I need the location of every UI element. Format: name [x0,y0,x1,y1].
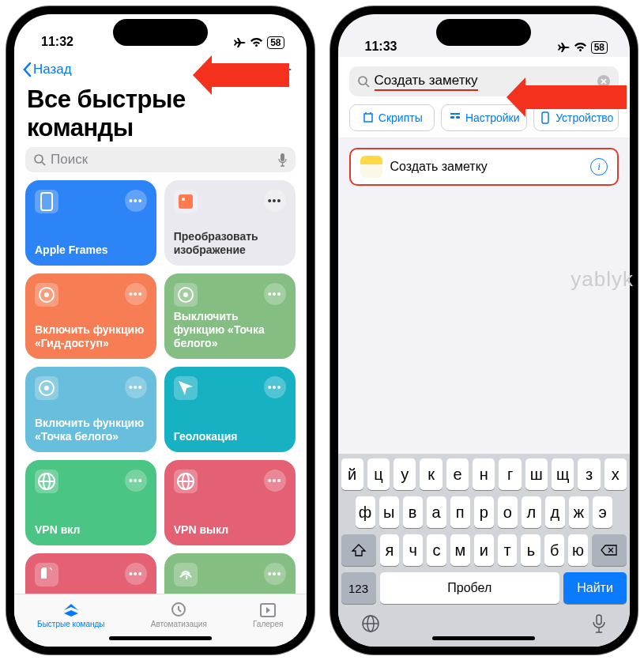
shortcut-card[interactable]: •••VPN выкл [164,460,296,545]
globe-icon[interactable] [360,613,381,634]
letter-key[interactable]: в [403,496,423,528]
letter-key[interactable]: д [545,496,565,528]
dictation-icon[interactable] [590,613,608,634]
letter-key[interactable]: р [474,496,494,528]
letter-key[interactable]: ч [403,534,423,566]
search-icon [33,153,46,166]
shortcut-card[interactable]: •••Выключить функцию «Точка белого» [164,273,296,359]
card-icon [35,190,58,213]
letter-key[interactable]: з [578,458,600,490]
letter-key[interactable]: ю [568,534,588,566]
letter-key[interactable]: т [498,534,518,566]
shortcut-card[interactable]: •••Включить функцию «Точка белого» [25,367,156,452]
card-menu-icon[interactable]: ••• [264,470,286,492]
search-input[interactable] [51,152,273,168]
letter-key[interactable]: л [522,496,541,528]
letter-key[interactable]: ж [569,496,589,528]
letter-key[interactable]: п [450,496,470,528]
letter-key[interactable]: м [450,534,470,566]
letter-key[interactable]: у [394,458,416,490]
shift-key[interactable] [341,534,376,566]
letter-key[interactable]: ф [356,496,375,528]
letter-key[interactable]: й [341,458,363,490]
letter-key[interactable]: я [380,534,400,566]
letter-key[interactable]: н [473,458,495,490]
card-menu-icon[interactable]: ••• [264,283,286,305]
card-menu-icon[interactable]: ••• [125,563,147,585]
card-menu-icon[interactable]: ••• [125,283,147,305]
letter-key[interactable]: ц [367,458,390,490]
svg-rect-3 [41,193,52,210]
shortcut-card[interactable]: •••Преобразовать изображение [164,180,296,266]
tab-label: Галерея [253,620,283,628]
letter-key[interactable]: о [498,496,518,528]
card-icon [174,283,198,307]
card-label: Выключить функцию «Точка белого» [174,310,286,349]
info-icon[interactable]: i [590,158,608,175]
letter-key[interactable]: е [446,458,469,490]
space-key[interactable]: Пробел [380,572,560,604]
tab-icon [168,601,189,618]
tab-label: Быстрые команды [37,620,104,628]
letter-key[interactable]: ш [525,458,548,490]
search-result[interactable]: Создать заметку i [349,148,620,186]
letter-key[interactable]: ь [521,534,540,566]
svg-point-20 [359,77,367,85]
card-icon [35,376,58,400]
card-label: Включить функцию «Точка белого» [35,417,147,443]
svg-line-21 [366,84,369,87]
search-icon [357,75,370,88]
svg-rect-2 [281,153,284,161]
card-menu-icon[interactable]: ••• [125,376,147,398]
shortcut-card[interactable]: •••Share Wi-Fi [164,553,296,594]
airplane-icon [233,37,246,48]
tab-label: Автоматизация [151,620,207,628]
svg-rect-26 [542,112,548,123]
card-menu-icon[interactable]: ••• [264,376,286,398]
search-key[interactable]: Найти [563,572,627,604]
letter-key[interactable]: б [544,534,564,566]
chip-label: Скрипты [378,111,423,124]
wifi-icon [574,43,587,52]
tab-item[interactable]: Галерея [253,601,283,628]
letter-key[interactable]: э [593,496,612,528]
shortcut-card[interactable]: •••Геолокация [164,367,296,452]
screen-left: 11:32 58 Назад + Все быстрые команды •••… [14,14,307,647]
status-icons-right: 58 [233,36,284,49]
shortcut-card[interactable]: •••Включить функцию «Гид-доступ» [25,273,156,359]
card-icon [174,190,198,213]
annotation-arrow [210,63,289,87]
letter-key[interactable]: с [427,534,446,566]
shortcut-card[interactable]: •••Apple Frames [25,180,156,266]
svg-rect-24 [456,116,460,119]
search-input-value[interactable]: Создать заметку [375,73,478,91]
tab-item[interactable]: Автоматизация [151,601,207,628]
letter-key[interactable]: и [474,534,494,566]
numeric-key[interactable]: 123 [341,572,376,604]
back-button[interactable]: Назад [22,62,72,77]
category-chip[interactable]: Скрипты [349,104,435,131]
letter-key[interactable]: щ [552,458,574,490]
card-menu-icon[interactable]: ••• [264,563,286,585]
search-field[interactable] [25,147,296,172]
card-menu-icon[interactable]: ••• [125,190,147,212]
letter-key[interactable]: х [604,458,627,490]
shortcut-card[interactable]: •••VPN вкл [25,460,156,545]
svg-rect-23 [450,116,454,119]
status-time: 11:32 [41,35,73,49]
letter-key[interactable]: к [420,458,442,490]
letter-key[interactable]: г [499,458,521,490]
shortcuts-grid: •••Apple Frames•••Преобразовать изображе… [14,180,307,594]
notes-app-icon [360,156,382,178]
letter-key[interactable]: а [427,496,446,528]
battery-icon: 58 [591,41,608,54]
card-menu-icon[interactable]: ••• [125,470,147,492]
shortcut-card[interactable]: •••Police [25,553,156,594]
dynamic-island [113,19,208,46]
card-menu-icon[interactable]: ••• [264,190,286,212]
svg-point-9 [183,292,188,297]
backspace-key[interactable] [592,534,627,566]
tab-item[interactable]: Быстрые команды [37,601,104,628]
letter-key[interactable]: ы [379,496,399,528]
card-icon [35,283,58,307]
